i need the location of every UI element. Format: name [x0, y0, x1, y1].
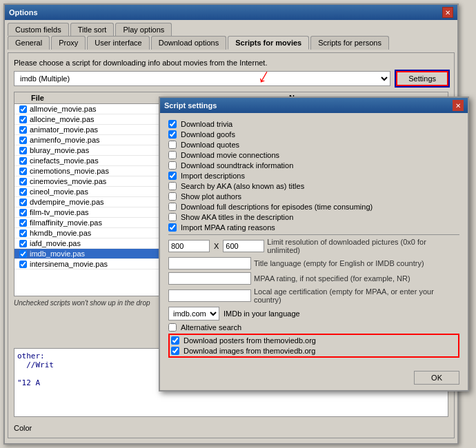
script-dropdown[interactable]: imdb (Multiple) [14, 71, 390, 86]
dialog-option-posters: Download posters from themoviedb.org [171, 336, 457, 345]
tab-proxy[interactable]: Proxy [51, 36, 86, 50]
check-connections[interactable] [168, 151, 177, 159]
tab-user-interface[interactable]: User interface [87, 36, 149, 50]
tab-play-options[interactable]: Play options [115, 23, 172, 36]
tab-custom-fields[interactable]: Custom fields [8, 23, 69, 36]
label-aka: Search by AKA (also known as) titles [181, 182, 304, 190]
x-label: X [214, 242, 219, 250]
dialog-title: Script settings [164, 101, 217, 110]
dialog-footer: OK [160, 367, 468, 390]
window-close-button[interactable]: ✕ [442, 7, 453, 18]
check-soundtrack[interactable] [168, 161, 177, 170]
check-alt-search[interactable] [168, 323, 177, 332]
imdb-select[interactable]: imdb.com [168, 307, 219, 320]
local-age-row: Local age certification (empty for MPAA,… [168, 287, 459, 304]
mpaa-label: MPAA rating, if not specified (for examp… [254, 274, 410, 283]
label-plot-authors: Show plot authors [181, 192, 241, 201]
title-language-label: Title language (empty for English or IMD… [254, 259, 424, 267]
dialog-content: Download trivia Download goofs Download … [160, 113, 468, 367]
label-descriptions: Import descriptions [181, 172, 245, 180]
dialog-option-images: Download images from themoviedb.org [171, 347, 457, 355]
tab-scripts-movies[interactable]: Scripts for movies [228, 36, 309, 50]
dialog-title-bar: Script settings ✕ [160, 98, 468, 113]
dialog-option-soundtrack: Download soundtrack information [168, 161, 459, 170]
dialog-option-alt-search: Alternative search [168, 323, 459, 332]
label-trivia: Download trivia [181, 120, 232, 128]
dialog-option-mpaa: Import MPAA rating reasons [168, 223, 459, 232]
label-goofs: Download goofs [181, 130, 235, 139]
title-language-input[interactable] [168, 257, 251, 269]
label-quotes: Download quotes [181, 141, 239, 149]
dialog-option-trivia: Download trivia [168, 120, 459, 128]
check-posters[interactable] [171, 336, 179, 345]
check-plot-authors[interactable] [168, 192, 177, 201]
color-label: Color [14, 424, 32, 432]
resolution-desc: Limit resolution of downloaded pictures … [267, 238, 459, 254]
window-title: Options [9, 8, 38, 17]
script-settings-dialog: Script settings ✕ Download trivia Downlo… [159, 96, 469, 391]
dialog-option-show-aka: Show AKA titles in the description [168, 213, 459, 221]
label-mpaa: Import MPAA rating reasons [181, 223, 275, 232]
check-descriptions[interactable] [168, 172, 177, 180]
label-images: Download images from themoviedb.org [184, 347, 315, 355]
ok-button[interactable]: OK [414, 371, 459, 385]
local-age-label: Local age certification (empty for MPAA,… [254, 287, 459, 304]
label-connections: Download movie connections [181, 151, 279, 159]
mpaa-rating-input[interactable] [168, 272, 251, 285]
imdb-select-desc: IMDb in your language [224, 309, 300, 318]
label-soundtrack: Download soundtrack information [181, 161, 293, 170]
imdb-select-row: imdb.com IMDb in your language [168, 307, 459, 320]
tab-scripts-persons[interactable]: Scripts for persons [310, 36, 389, 50]
dialog-option-plot-authors: Show plot authors [168, 192, 459, 201]
check-quotes[interactable] [168, 141, 177, 149]
check-aka[interactable] [168, 182, 177, 190]
title-bar: Options ✕ [5, 5, 457, 20]
resolution-row: X Limit resolution of downloaded picture… [168, 238, 459, 254]
tab-row-1: Custom fields Title sort Play options [5, 20, 457, 36]
settings-button[interactable]: Settings [396, 71, 448, 86]
dialog-option-quotes: Download quotes [168, 141, 459, 149]
dialog-option-connections: Download movie connections [168, 151, 459, 159]
divider [168, 234, 459, 235]
dialog-option-episodes: Download full descriptions for episodes … [168, 203, 459, 211]
check-show-aka[interactable] [168, 213, 177, 221]
check-mpaa[interactable] [168, 223, 177, 232]
col-check [16, 93, 30, 103]
tab-title-sort[interactable]: Title sort [70, 23, 115, 36]
dialog-option-goofs: Download goofs [168, 130, 459, 139]
choose-script-label: Please choose a script for downloading i… [14, 59, 448, 67]
tab-download-options[interactable]: Download options [151, 36, 226, 50]
mpaa-rating-row: MPAA rating, if not specified (for examp… [168, 272, 459, 285]
title-language-row: Title language (empty for English or IMD… [168, 257, 459, 269]
resolution-width-input[interactable] [168, 240, 210, 252]
label-episodes: Download full descriptions for episodes … [181, 203, 373, 211]
highlighted-options-box: Download posters from themoviedb.org Dow… [168, 334, 459, 358]
dialog-option-aka: Search by AKA (also known as) titles [168, 182, 459, 190]
label-alt-search: Alternative search [181, 323, 241, 332]
local-age-input[interactable] [168, 289, 251, 302]
dialog-option-descriptions: Import descriptions [168, 172, 459, 180]
label-posters: Download posters from themoviedb.org [184, 336, 316, 345]
label-show-aka: Show AKA titles in the description [181, 213, 293, 221]
check-episodes[interactable] [168, 203, 177, 211]
check-goofs[interactable] [168, 130, 177, 139]
tab-general[interactable]: General [8, 36, 50, 50]
script-select-row: imdb (Multiple) Settings [14, 71, 448, 86]
check-images[interactable] [171, 347, 179, 355]
dialog-close-button[interactable]: ✕ [453, 100, 464, 111]
tab-row-2: General Proxy User interface Download op… [5, 36, 457, 50]
check-trivia[interactable] [168, 120, 177, 128]
resolution-height-input[interactable] [223, 240, 264, 252]
